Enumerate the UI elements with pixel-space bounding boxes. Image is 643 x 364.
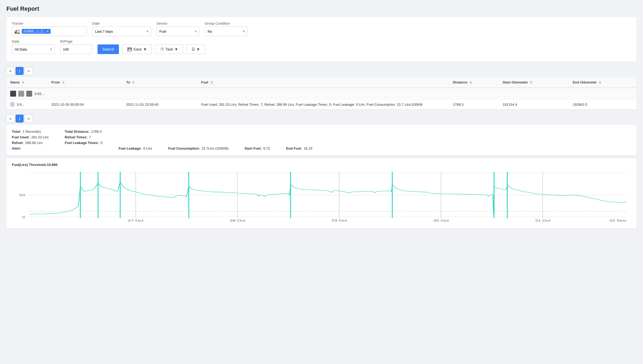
row-name-value: 3-9... xyxy=(17,103,25,107)
task-caret-icon: ▼ xyxy=(174,47,178,51)
prev-page-button[interactable]: < xyxy=(6,67,14,75)
bottom-prev-button[interactable]: < xyxy=(6,115,14,123)
col-from[interactable]: From ⇅ xyxy=(47,77,122,88)
row-sub-icon xyxy=(10,102,14,107)
fuel-leakage-label: Fuel Leakage: xyxy=(118,146,142,150)
date-label: Date xyxy=(92,21,151,25)
row-to-cell: 2021-11-01 23:59:40 xyxy=(122,100,197,109)
x-label-27oct: 27 Oct xyxy=(128,219,144,222)
to-sort-icon: ⇅ xyxy=(132,81,134,84)
bottom-pagination: < 1 > xyxy=(6,112,637,125)
row-end-odo-cell: 192943.5 xyxy=(569,100,637,109)
table-header-row: Name ⇅ From ⇅ To ⇅ Fuel ⇅ xyxy=(6,77,637,88)
end-fuel-label: End Fuel: xyxy=(286,146,302,150)
row-from-cell: 2021-10-26 00:00:04 xyxy=(47,100,122,109)
group-name-cell: 3-93... xyxy=(10,91,633,97)
idpage-input[interactable] xyxy=(60,44,92,54)
total-distance-label: Total Distance: xyxy=(65,130,89,134)
start-fuel-value: 8.72 xyxy=(263,146,270,150)
total-value: 1 Record(s) xyxy=(23,130,41,134)
bottom-next-button[interactable]: > xyxy=(25,115,33,123)
tracker-tag-label: 3-9366... (...2... xyxy=(24,29,45,33)
x-label-28oct: 28 Oct xyxy=(230,219,245,222)
fuel-leakage-times-label: Fuel Leakage Times: xyxy=(65,141,99,145)
data-label: Data xyxy=(12,39,55,43)
data-select-wrap: All Data Filtered Data ▼ xyxy=(12,44,55,54)
data-select[interactable]: All Data Filtered Data xyxy=(12,44,55,54)
col-distance[interactable]: Distance ⇅ xyxy=(449,77,499,88)
sensor-select-wrap: Fuel Temperature Speed ▼ xyxy=(156,26,199,36)
x-label-29oct: 29 Oct xyxy=(331,219,347,222)
menu-icon: ☰ xyxy=(192,47,195,51)
save-caret-icon: ▼ xyxy=(143,47,147,51)
name-sort-icon: ⇅ xyxy=(22,81,24,84)
color-box-gray xyxy=(18,91,24,97)
menu-button[interactable]: ☰ ▼ xyxy=(186,44,205,54)
col-name[interactable]: Name ⇅ xyxy=(6,77,47,88)
end-odo-sort-icon: ⇅ xyxy=(599,81,601,84)
fuel-consumption-value: 15.7Ltrs (100KM) xyxy=(201,146,228,150)
fuel-leakage-value: 0 Ltrs xyxy=(143,146,152,150)
group-label: Group Condition xyxy=(205,21,248,25)
col-end-odo[interactable]: End Odometer ⇅ xyxy=(569,77,637,88)
chart-container: 0 50 xyxy=(12,169,631,223)
row-fuel-cell: Fuel Used: 281.53 Ltrs; Refuel Times: 7;… xyxy=(197,100,449,109)
search-button[interactable]: Search xyxy=(98,44,119,54)
x-label-01nov: 01 Nov xyxy=(610,219,626,222)
clock-icon: ⏱ xyxy=(160,47,164,51)
color-box-dark xyxy=(10,91,16,97)
group-name-label: 3-93... xyxy=(34,92,44,96)
from-sort-icon: ⇅ xyxy=(62,81,65,84)
refuel-times-value: 7 xyxy=(89,135,91,139)
save-icon: 💾 xyxy=(127,47,132,51)
data-table: Name ⇅ From ⇅ To ⇅ Fuel ⇅ xyxy=(6,77,637,109)
table-row: 3-93... xyxy=(6,88,637,100)
sensor-select[interactable]: Fuel Temperature Speed xyxy=(156,26,199,36)
end-fuel-value: 16.15 xyxy=(304,146,312,150)
current-page-button[interactable]: 1 xyxy=(16,67,24,75)
menu-caret-icon: ▼ xyxy=(196,47,200,51)
fuel-used-value: 281.53 Ltrs xyxy=(31,135,48,139)
total-distance-value: 1789.3 xyxy=(91,130,102,134)
tracker-close-icon[interactable]: × xyxy=(46,29,48,33)
sensor-label: Sensor xyxy=(156,21,199,25)
fuel-consumption-label: Fuel Consumption: xyxy=(168,146,200,150)
task-button[interactable]: ⏱ Task ▼ xyxy=(155,44,183,54)
x-label-30oct: 30 Oct xyxy=(433,219,449,222)
page-title: Fuel Report xyxy=(6,5,637,12)
col-start-odo[interactable]: Start Odometer ⇅ xyxy=(499,77,569,88)
summary-section: Total: 1 Record(s) Fuel Used: 281.53 Ltr… xyxy=(6,125,637,155)
chart-section: Fuel(Ltrs) Threshold:10.886 0 50 xyxy=(6,158,637,228)
date-select[interactable]: Last 7 days Last 30 days Custom Range xyxy=(92,26,151,36)
date-select-wrap: Last 7 days Last 30 days Custom Range ▼ xyxy=(92,26,151,36)
group-select-wrap: No Yes ▼ xyxy=(205,26,248,36)
refuel-value: 288.96 Ltrs xyxy=(25,141,43,145)
chart-title: Fuel(Ltrs) Threshold:10.886 xyxy=(12,163,631,167)
bottom-current-button[interactable]: 1 xyxy=(16,115,24,123)
alert-label: Alert: xyxy=(12,146,21,150)
color-box-light xyxy=(26,91,32,97)
refuel-times-label: Refuel Times: xyxy=(65,135,88,139)
next-page-button[interactable]: > xyxy=(25,67,33,75)
distance-sort-icon: ⇅ xyxy=(469,81,472,84)
top-pagination: < 1 > xyxy=(6,65,637,77)
y-label-50: 50 xyxy=(19,194,25,197)
start-odo-sort-icon: ⇅ xyxy=(530,81,532,84)
fuel-leakage-times-value: 0 xyxy=(100,141,102,145)
table-row: 3-9... 2021-10-26 00:00:04 2021-11-01 23… xyxy=(6,100,637,109)
idpage-label: ID/Page xyxy=(60,39,92,43)
fuel-chart: 0 50 xyxy=(12,169,631,223)
tracker-input[interactable]: 🚛 3-9366... (...2... × xyxy=(12,26,87,36)
fuel-line xyxy=(29,182,626,214)
row-start-odo-cell: 191154.4 xyxy=(499,100,569,109)
save-button[interactable]: 💾 Save ▼ xyxy=(122,44,152,54)
start-fuel-label: Start Fuel: xyxy=(245,146,262,150)
col-fuel[interactable]: Fuel ⇅ xyxy=(197,77,449,88)
x-label-31oct: 31 Oct xyxy=(535,219,551,222)
truck-icon: 🚛 xyxy=(14,28,20,34)
col-to[interactable]: To ⇅ xyxy=(122,77,197,88)
fuel-used-label: Fuel Used: xyxy=(12,135,29,139)
tracker-label: Tracker xyxy=(12,21,87,25)
group-select[interactable]: No Yes xyxy=(205,26,248,36)
fuel-sort-icon: ⇅ xyxy=(210,81,213,84)
